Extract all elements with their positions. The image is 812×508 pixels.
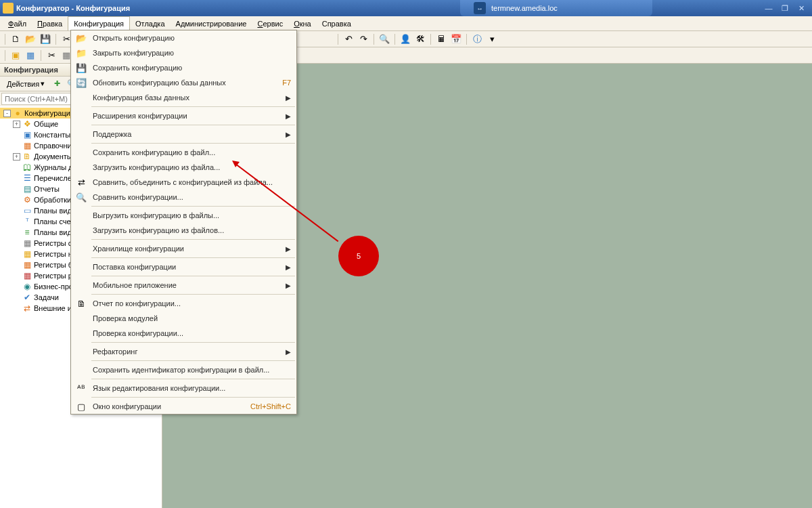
menu-item-shortcut: F7 (282, 79, 291, 87)
menu-separator (91, 397, 295, 398)
save-button[interactable]: 💾 (39, 33, 52, 46)
tb2-btn-2[interactable]: ▦ (24, 49, 37, 62)
tree-node-label: Общие (34, 120, 58, 128)
dropdown-toggle[interactable]: ▾ (485, 33, 499, 46)
maximize-button[interactable]: ❐ (778, 3, 792, 14)
tb2-btn-1[interactable]: ▣ (9, 49, 22, 62)
menu-администрирование[interactable]: Администрирование (171, 16, 252, 30)
menu-item[interactable]: Поддержка▶ (71, 127, 296, 142)
menu-item-icon: 🔄 (76, 77, 87, 88)
calc-button[interactable]: 🖩 (434, 33, 448, 46)
menu-item-label: Поддержка (89, 130, 286, 138)
tree-node-icon: ▭ (22, 206, 32, 215)
tree-expander (13, 207, 20, 215)
tree-node-label: Отчеты (34, 185, 60, 193)
tree-node-label: Конфигурация (24, 109, 74, 117)
menu-item-label: Расширения конфигурации (89, 112, 286, 120)
help-button[interactable]: ⓘ (470, 33, 484, 46)
tree-expander[interactable]: - (3, 110, 11, 117)
menu-сервис[interactable]: Сервис (252, 16, 288, 30)
menu-item[interactable]: Проверка конфигурации... (71, 326, 296, 341)
menu-справка[interactable]: Справка (317, 16, 357, 30)
menu-item[interactable]: Хранилище конфигурации▶ (71, 241, 296, 256)
submenu-arrow-icon: ▶ (286, 263, 291, 271)
menu-item-label: Открыть конфигурацию (89, 34, 291, 42)
menu-item-label: Конфигурация базы данных (89, 93, 286, 102)
calendar-button[interactable]: 📅 (449, 33, 463, 46)
menu-item[interactable]: ⇄Сравнить, объединить с конфигурацией из… (71, 175, 296, 190)
menu-item[interactable]: Конфигурация базы данных▶ (71, 90, 296, 105)
tree-expander (13, 261, 20, 269)
menu-item[interactable]: Расширения конфигурации▶ (71, 108, 296, 123)
menu-item[interactable]: Рефакторинг▶ (71, 344, 296, 359)
tb2-btn-3[interactable]: ✂ (45, 49, 58, 62)
menu-separator (91, 360, 295, 361)
menu-item[interactable]: Загрузить конфигурацию из файла... (71, 160, 296, 175)
tree-expander[interactable]: + (13, 153, 20, 161)
menu-item[interactable]: 🗎Отчет по конфигурации... (71, 296, 296, 311)
tools-button[interactable]: 🛠 (413, 33, 427, 46)
menu-item[interactable]: Мобильное приложение▶ (71, 278, 296, 293)
tree-expander[interactable]: + (13, 121, 20, 128)
tree-expander (13, 294, 20, 301)
menu-separator (91, 276, 295, 276)
minimize-button[interactable]: — (762, 3, 775, 14)
tree-node-icon: ᵀ (22, 217, 32, 226)
tree-expander (13, 240, 20, 247)
tree-node-icon: ▦ (22, 141, 32, 150)
menu-item-label: Язык редактирования конфигурации... (89, 384, 291, 392)
annotation-badge: 5 (338, 236, 379, 276)
menu-separator (91, 379, 295, 379)
menu-item[interactable]: Поставка конфигурации▶ (71, 259, 296, 274)
tree-node-icon: ✔ (22, 293, 32, 302)
tree-node-label: Документы (34, 152, 72, 161)
menu-item-icon: ᴬᴮ (76, 383, 87, 394)
add-button[interactable]: ✚ (50, 77, 64, 91)
menu-item-label: Отчет по конфигурации... (89, 299, 291, 308)
menu-item[interactable]: Выгрузить конфигурацию в файлы... (71, 208, 296, 223)
undo-button[interactable]: ↶ (342, 33, 355, 46)
menu-item[interactable]: 📂Открыть конфигурацию (71, 30, 296, 45)
remote-session-tab[interactable]: termnew.amedia.loc (460, 0, 652, 16)
menu-item[interactable]: ᴬᴮЯзык редактирования конфигурации... (71, 381, 296, 396)
submenu-arrow-icon: ▶ (286, 348, 291, 356)
tree-expander (13, 272, 20, 280)
tree-expander (13, 196, 20, 204)
user-button[interactable]: 👤 (399, 33, 412, 46)
menu-файл[interactable]: Файл (3, 16, 32, 30)
menu-конфигурация[interactable]: Конфигурация (68, 16, 130, 30)
menu-item[interactable]: 💾Сохранить конфигурацию (71, 60, 296, 75)
menu-item[interactable]: ▢Окно конфигурацииCtrl+Shift+C (71, 399, 296, 414)
menu-item[interactable]: Проверка модулей (71, 311, 296, 326)
menu-item-label: Поставка конфигурации (89, 263, 286, 271)
open-button[interactable]: 📂 (24, 33, 37, 46)
menu-окна[interactable]: Окна (288, 16, 317, 30)
tree-node-icon: ≡ (22, 228, 32, 237)
menu-item[interactable]: 🔍Сравнить конфигурации... (71, 190, 296, 205)
config-menu-dropdown: 📂Открыть конфигурацию📁Закрыть конфигурац… (70, 30, 297, 415)
menu-правка[interactable]: Правка (32, 16, 68, 30)
menu-отладка[interactable]: Отладка (130, 16, 170, 30)
tree-expander (13, 186, 20, 193)
search-button[interactable]: 🔍 (378, 33, 391, 46)
pin-icon[interactable] (474, 2, 486, 14)
menu-item[interactable]: Сохранить идентификатор конфигурации в ф… (71, 362, 296, 377)
redo-button[interactable]: ↷ (357, 33, 370, 46)
actions-button[interactable]: Действия ▾ (3, 78, 49, 89)
annotation-number: 5 (357, 252, 361, 260)
tree-expander (13, 131, 20, 139)
new-button[interactable]: 🗋 (9, 33, 22, 46)
submenu-arrow-icon: ▶ (286, 245, 291, 253)
close-button[interactable]: ✕ (794, 3, 808, 14)
submenu-arrow-icon: ▶ (286, 282, 291, 289)
menu-item[interactable]: 🔄Обновить конфигурацию базы данныхF7 (71, 75, 296, 90)
tree-node-icon: ▦ (22, 249, 32, 259)
submenu-arrow-icon: ▶ (286, 112, 291, 120)
menu-item[interactable]: 📁Закрыть конфигурацию (71, 45, 296, 60)
submenu-arrow-icon: ▶ (286, 94, 291, 102)
menu-item[interactable]: Загрузить конфигурацию из файлов... (71, 223, 296, 238)
tree-expander (13, 218, 20, 226)
menu-item[interactable]: Сохранить конфигурацию в файл... (71, 145, 296, 160)
menubar: ФайлПравкаКонфигурацияОтладкаАдминистрир… (0, 16, 812, 31)
tree-node-icon: ⇄ (22, 303, 32, 313)
